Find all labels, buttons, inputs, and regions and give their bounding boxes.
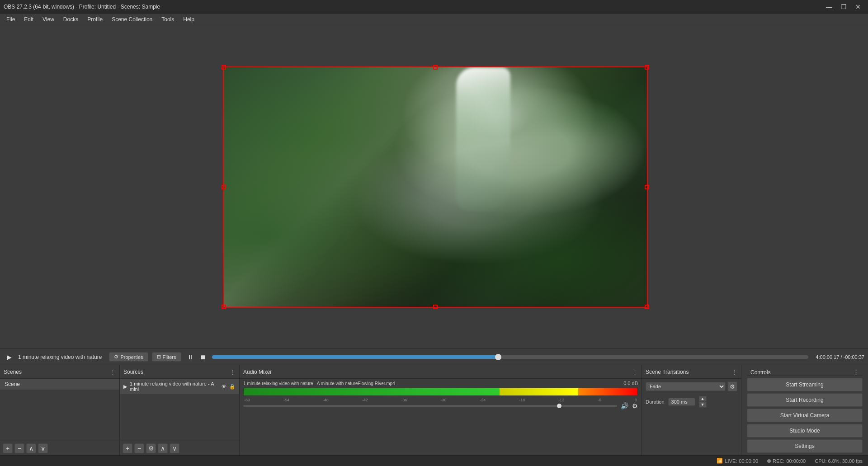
titlebar-title: OBS 27.2.3 (64-bit, windows) - Profile: … [4,4,160,10]
studio-mode-button[interactable]: Studio Mode [747,424,863,438]
live-status: 📶 LIVE: 00:00:00 [717,458,758,464]
scene-down-button[interactable]: ∨ [38,443,48,453]
duration-label: Duration [646,399,665,405]
menu-item-view[interactable]: View [38,15,59,24]
right-panel [741,25,868,348]
close-button[interactable]: ✕ [852,2,864,11]
duration-decrease[interactable]: ▼ [699,402,707,408]
scenes-panel-title: Scenes [4,369,22,375]
sources-panel: Sources ⋮ ▶ 1 minute relaxing video with… [120,365,240,455]
left-panel [0,25,129,348]
remove-source-button[interactable]: − [134,443,144,453]
source-down-button[interactable]: ∨ [170,443,179,453]
filter-icon: ⊟ [157,354,161,360]
start-streaming-button[interactable]: Start Streaming [747,378,863,391]
duration-input[interactable] [668,398,695,406]
eye-icon[interactable]: 👁 [222,384,226,389]
playback-controls: ⏸ ⏹ [185,352,208,362]
play-icon: ▶ [123,384,127,390]
preview-area [0,25,868,348]
sources-panel-title: Sources [123,369,143,375]
handle-bottom-left[interactable] [222,305,226,309]
start-recording-button[interactable]: Start Recording [747,393,863,407]
sources-footer: + − ⚙ ∧ ∨ [120,441,239,455]
video-preview [223,66,648,308]
transitions-panel-header: Scene Transitions ⋮ [642,365,741,379]
audio-track: 1 minute relaxing video with nature - A … [240,379,642,411]
transition-settings-button[interactable]: ⚙ [727,381,737,391]
handle-bottom-right[interactable] [645,305,649,309]
audio-mixer-menu[interactable]: ⋮ [632,368,638,375]
preview-canvas[interactable] [129,25,741,348]
audio-mixer-header: Audio Mixer ⋮ [240,365,642,379]
menu-item-profile[interactable]: Profile [83,15,107,24]
handle-mid-left[interactable] [222,185,226,189]
filters-button[interactable]: ⊟ Filters [152,352,181,362]
progress-bar[interactable] [212,355,809,359]
statusbar: 📶 LIVE: 00:00:00 REC: 00:00:00 CPU: 6.8%… [0,455,868,466]
stop-button[interactable]: ⏹ [198,352,208,362]
pause-button[interactable]: ⏸ [185,352,196,362]
menu-item-docks[interactable]: Docks [59,15,83,24]
handle-top-left[interactable] [222,65,226,70]
properties-button[interactable]: ⚙ Properties [109,352,148,362]
transitions-panel-menu[interactable]: ⋮ [731,368,737,375]
controls-panel-menu[interactable]: ⋮ [853,369,859,376]
sources-panel-menu[interactable]: ⋮ [230,368,236,375]
source-item[interactable]: ▶ 1 minute relaxing video with nature - … [120,379,239,394]
media-title: 1 minute relaxing video with nature [18,354,102,360]
handle-mid-right[interactable] [645,185,649,189]
transition-select[interactable]: Fade Cut Swipe [646,382,726,391]
handle-top-mid[interactable] [433,65,438,70]
scene-item[interactable]: Scene [0,379,119,390]
volume-slider[interactable] [243,405,617,407]
handle-bottom-mid[interactable] [433,305,438,309]
rec-dot [767,459,771,463]
scene-up-button[interactable]: ∧ [26,443,36,453]
remove-scene-button[interactable]: − [14,443,24,453]
transitions-panel: Scene Transitions ⋮ Fade Cut Swipe ⚙ Dur… [642,365,741,455]
scenes-footer: + − ∧ ∨ [0,441,119,455]
menu-item-help[interactable]: Help [179,15,199,24]
transition-selector: Fade Cut Swipe ⚙ [642,379,741,394]
mute-button[interactable]: 🔊 [621,402,628,410]
progress-thumb[interactable] [495,354,501,360]
source-up-button[interactable]: ∧ [158,443,168,453]
audio-meter [243,388,638,396]
meter-yellow [500,388,578,395]
progress-fill [212,355,499,359]
scenes-panel-header: Scenes ⋮ [0,365,119,379]
menu-item-tools[interactable]: Tools [157,15,179,24]
network-icon: 📶 [717,458,723,464]
transitions-panel-title: Scene Transitions [646,369,689,375]
play-button[interactable]: ▶ [4,352,14,362]
meter-scale [244,388,637,395]
video-background [224,67,647,307]
audio-mixer-title: Audio Mixer [243,369,272,375]
sources-list: ▶ 1 minute relaxing video with nature - … [120,379,239,441]
source-settings-button[interactable]: ⚙ [146,443,156,453]
maximize-button[interactable]: ❐ [837,2,850,11]
main-layout: ▶ 1 minute relaxing video with nature ⚙ … [0,25,868,466]
duration-increase[interactable]: ▲ [699,396,707,402]
menu-item-file[interactable]: File [2,15,19,24]
scenes-panel-menu[interactable]: ⋮ [110,368,116,375]
menu-item-edit[interactable]: Edit [19,15,38,24]
add-scene-button[interactable]: + [3,443,13,453]
cpu-status: CPU: 6.8%, 30.00 fps [815,458,863,464]
settings-button[interactable]: Settings [747,439,863,453]
add-source-button[interactable]: + [123,443,132,453]
menu-item-scene-collection[interactable]: Scene Collection [107,15,157,24]
start-virtual-camera-button[interactable]: Start Virtual Camera [747,409,863,422]
lock-icon[interactable]: 🔒 [229,384,236,390]
audio-settings-button[interactable]: ⚙ [632,402,638,410]
controls-panel: Controls ⋮ Start Streaming Start Recordi… [741,365,868,455]
audio-controls-row: 🔊 ⚙ [243,402,638,410]
minimize-button[interactable]: — [823,2,835,11]
source-name: 1 minute relaxing video with nature - A … [130,381,219,392]
playback-bar: ▶ 1 minute relaxing video with nature ⚙ … [0,348,868,365]
audio-track-db: 0.0 dB [623,381,638,386]
scenes-list: Scene [0,379,119,441]
titlebar: OBS 27.2.3 (64-bit, windows) - Profile: … [0,0,868,14]
handle-top-right[interactable] [645,65,649,70]
